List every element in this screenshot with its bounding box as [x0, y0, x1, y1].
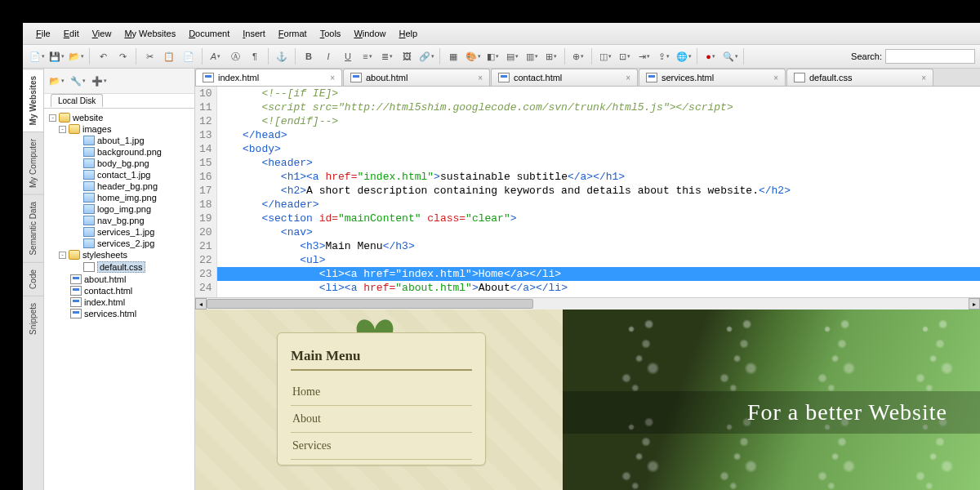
- tree-item-about-html[interactable]: about.html: [46, 274, 193, 285]
- menu-insert[interactable]: Insert: [238, 26, 270, 41]
- code-line-22[interactable]: <ul>: [217, 253, 980, 267]
- tree-item-home_img-png[interactable]: home_img.png: [46, 192, 193, 203]
- close-icon[interactable]: ×: [921, 74, 926, 82]
- preview-menu-item-services[interactable]: Services: [291, 433, 472, 460]
- doc-tab-index-html[interactable]: index.html×: [195, 69, 342, 86]
- doc-tab-default-css[interactable]: default.css×: [786, 69, 933, 86]
- layout-button[interactable]: ▤: [503, 47, 521, 65]
- sidebar-add-button[interactable]: ➕: [90, 72, 108, 90]
- tree-item-contact-html[interactable]: contact.html: [46, 285, 193, 296]
- preview-menu-item-home[interactable]: Home: [291, 379, 472, 406]
- code-line-13[interactable]: </head>: [217, 128, 980, 142]
- link-button[interactable]: 🔗: [417, 47, 435, 65]
- code-line-14[interactable]: <body>: [217, 142, 980, 156]
- new-file-button[interactable]: 📄: [28, 47, 46, 65]
- open-button[interactable]: 📂: [67, 47, 85, 65]
- menu-my-websites[interactable]: My Websites: [119, 26, 180, 41]
- clear-format-button[interactable]: Ⓐ: [226, 47, 244, 65]
- underline-button[interactable]: U: [339, 47, 357, 65]
- tree-item-background-png[interactable]: background.png: [46, 146, 193, 158]
- paste-button[interactable]: 📄: [180, 47, 198, 65]
- tree-item-default-css[interactable]: default.css: [46, 261, 193, 274]
- record-button[interactable]: ●: [702, 47, 719, 65]
- tree-item-services-html[interactable]: services.html: [46, 308, 193, 319]
- code-line-21[interactable]: <h3>Main Menu</h3>: [217, 239, 980, 253]
- menu-document[interactable]: Document: [184, 26, 234, 41]
- code-line-20[interactable]: <nav>: [217, 225, 980, 239]
- close-icon[interactable]: ×: [773, 74, 778, 82]
- code-content[interactable]: <!--[if IE]> <script src="http://html5sh…: [217, 87, 980, 297]
- tree-item-index-html[interactable]: index.html: [46, 296, 193, 308]
- export-button[interactable]: ⇥: [635, 47, 653, 65]
- search-input[interactable]: [885, 49, 975, 64]
- code-line-18[interactable]: </header>: [217, 198, 980, 212]
- tree-item-images[interactable]: -images: [46, 123, 193, 135]
- code-line-15[interactable]: <header>: [217, 156, 980, 170]
- expand-icon[interactable]: -: [59, 252, 66, 259]
- menu-window[interactable]: Window: [349, 26, 390, 41]
- code-editor[interactable]: 101112131415161718192021222324 <!--[if I…: [195, 87, 980, 297]
- close-icon[interactable]: ×: [330, 74, 335, 82]
- scroll-thumb[interactable]: [207, 299, 533, 309]
- scroll-right-arrow[interactable]: ▸: [969, 298, 980, 310]
- menu-file[interactable]: File: [31, 26, 56, 41]
- font-button[interactable]: A: [207, 47, 225, 65]
- code-line-19[interactable]: <section id="mainContent" class="clear">: [217, 212, 980, 225]
- code-line-16[interactable]: <h1><a href="index.html">sustainable sub…: [217, 170, 980, 184]
- sidebar-tools-button[interactable]: 🔧: [69, 72, 87, 90]
- doc-tab-about-html[interactable]: about.html×: [343, 69, 490, 86]
- undo-button[interactable]: ↶: [94, 47, 112, 65]
- insert-button[interactable]: ⊕: [569, 47, 587, 65]
- tree-item-about_1-jpg[interactable]: about_1.jpg: [46, 135, 193, 146]
- tree-item-services_1-jpg[interactable]: services_1.jpg: [46, 226, 193, 238]
- tree-item-nav_bg-png[interactable]: nav_bg.png: [46, 215, 193, 226]
- zoom-button[interactable]: 🔍: [721, 47, 739, 65]
- redo-button[interactable]: ↷: [114, 47, 131, 65]
- horizontal-scrollbar[interactable]: ◂ ▸: [195, 297, 980, 310]
- save-button[interactable]: 💾: [47, 47, 65, 65]
- code-line-10[interactable]: <!--[if IE]>: [217, 87, 980, 100]
- code-line-24[interactable]: <li><a href="about.html">About</a></li>: [217, 281, 980, 295]
- close-icon[interactable]: ×: [626, 74, 630, 82]
- scroll-left-arrow[interactable]: ◂: [195, 298, 207, 310]
- columns-button[interactable]: ▥: [523, 47, 541, 65]
- cut-button[interactable]: ✂: [140, 47, 158, 65]
- menu-help[interactable]: Help: [394, 26, 423, 41]
- bold-button[interactable]: B: [300, 47, 318, 65]
- panel2-button[interactable]: ⊡: [616, 47, 634, 65]
- tree-item-header_bg-png[interactable]: header_bg.png: [46, 180, 193, 192]
- tree-item-services_2-jpg[interactable]: services_2.jpg: [46, 238, 193, 249]
- image-button[interactable]: 🖼: [398, 47, 416, 65]
- grid-button[interactable]: ⊞: [542, 47, 560, 65]
- list-button[interactable]: ≣: [378, 47, 396, 65]
- code-line-11[interactable]: <script src="http://html5shim.googlecode…: [217, 100, 980, 114]
- menu-format[interactable]: Format: [274, 26, 312, 41]
- tree-item-website[interactable]: -website: [46, 112, 193, 123]
- upload-button[interactable]: ⇪: [655, 47, 673, 65]
- code-line-23[interactable]: <li><a href="index.html">Home</a></li>: [217, 267, 980, 281]
- vtab-code[interactable]: Code: [23, 262, 43, 296]
- table-button[interactable]: ▦: [444, 47, 462, 65]
- code-line-17[interactable]: <h2>A short description containing keywo…: [217, 184, 980, 198]
- menu-view[interactable]: View: [87, 26, 117, 41]
- tree-item-contact_1-jpg[interactable]: contact_1.jpg: [46, 169, 193, 180]
- anchor-button[interactable]: ⚓: [273, 47, 291, 65]
- vtab-my-websites[interactable]: My Websites: [23, 69, 43, 131]
- vtab-semantic-data[interactable]: Semantic Data: [23, 194, 43, 262]
- vtab-my-computer[interactable]: My Computer: [23, 131, 43, 194]
- expand-icon[interactable]: -: [49, 114, 56, 122]
- vtab-snippets[interactable]: Snippets: [23, 296, 43, 341]
- sidebar-tab-local-disk[interactable]: Local Disk: [51, 94, 103, 107]
- close-icon[interactable]: ×: [478, 74, 483, 82]
- color-button[interactable]: 🎨: [464, 47, 482, 65]
- doc-tab-contact-html[interactable]: contact.html×: [491, 69, 638, 86]
- tree-item-logo_img-png[interactable]: logo_img.png: [46, 203, 193, 215]
- doc-tab-services-html[interactable]: services.html×: [639, 69, 786, 86]
- tree-item-body_bg-png[interactable]: body_bg.png: [46, 158, 193, 169]
- copy-button[interactable]: 📋: [160, 47, 178, 65]
- style-button[interactable]: ◧: [483, 47, 501, 65]
- italic-button[interactable]: I: [319, 47, 337, 65]
- preview-menu-item-about[interactable]: About: [291, 406, 472, 433]
- align-button[interactable]: ≡: [359, 47, 376, 65]
- panel1-button[interactable]: ◫: [596, 47, 614, 65]
